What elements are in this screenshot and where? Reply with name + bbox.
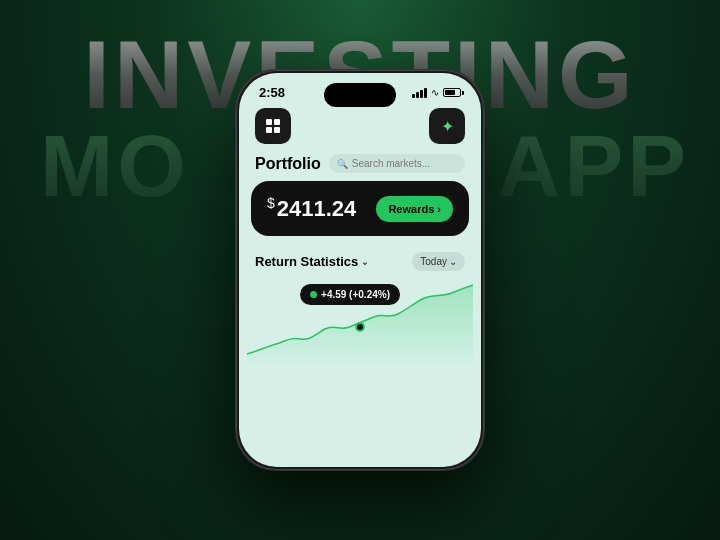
search-bar[interactable]: 🔍 Search markets... — [329, 154, 465, 173]
balance-card: $2411.24 Rewards › — [251, 181, 469, 236]
tooltip-dot — [310, 291, 317, 298]
portfolio-title: Portfolio — [255, 155, 321, 173]
battery-icon — [443, 88, 461, 97]
search-icon: 🔍 — [337, 159, 348, 169]
status-icons: ∿ — [412, 87, 461, 98]
grid-icon — [266, 119, 280, 133]
chart-area: +4.59 (+0.24%) — [239, 279, 481, 389]
sparkle-icon: ✦ — [441, 117, 454, 136]
tooltip-value: +4.59 (+0.24%) — [321, 289, 390, 300]
rewards-button[interactable]: Rewards › — [376, 196, 453, 222]
status-time: 2:58 — [259, 85, 285, 100]
dynamic-island — [324, 83, 396, 107]
period-chevron-icon: ⌄ — [449, 256, 457, 267]
phone-screen: 2:58 ∿ — [239, 73, 481, 467]
chevron-down-icon: ⌄ — [361, 257, 369, 267]
phone-mockup: 2:58 ∿ — [236, 70, 484, 470]
today-period-button[interactable]: Today ⌄ — [412, 252, 465, 271]
bg-text-app: APP — [497, 115, 690, 217]
balance-amount: $2411.24 — [267, 195, 356, 222]
grid-menu-button[interactable] — [255, 108, 291, 144]
return-stats-header: Return Statistics ⌄ Today ⌄ — [239, 248, 481, 279]
search-placeholder: Search markets... — [352, 158, 430, 169]
sparkle-button[interactable]: ✦ — [429, 108, 465, 144]
phone-frame: 2:58 ∿ — [236, 70, 484, 470]
chart-tooltip: +4.59 (+0.24%) — [300, 284, 400, 305]
wifi-icon: ∿ — [431, 87, 439, 98]
portfolio-header: Portfolio 🔍 Search markets... — [239, 152, 481, 181]
bg-text-mobile: MO — [40, 115, 190, 217]
signal-icon — [412, 88, 427, 98]
svg-point-0 — [356, 323, 364, 331]
nav-row: ✦ — [239, 104, 481, 152]
currency-symbol: $ — [267, 195, 275, 211]
return-stats-label[interactable]: Return Statistics ⌄ — [255, 254, 369, 269]
